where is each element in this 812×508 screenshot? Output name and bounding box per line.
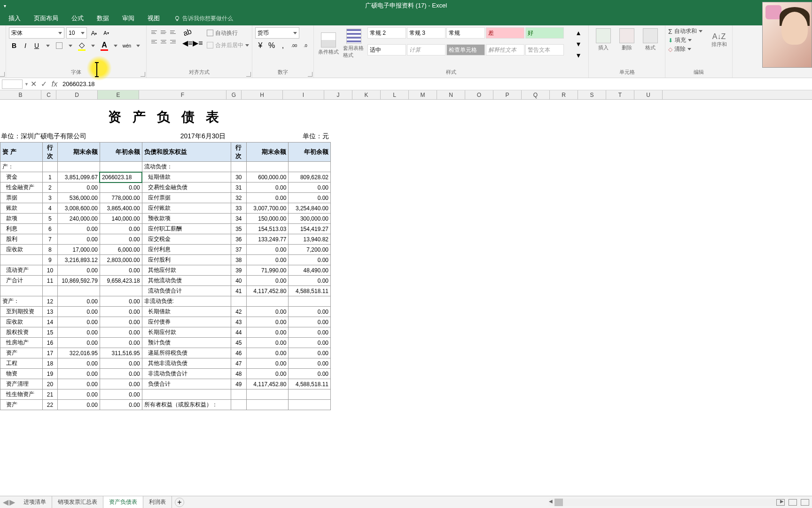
font-size-dropdown[interactable]: 10	[66, 27, 87, 39]
cell[interactable]: 8	[42, 245, 58, 255]
cell[interactable]: 应交税金	[142, 234, 231, 245]
worksheet[interactable]: 资 产 负 债 表 单位：深圳广硕电子有限公司 2017年6月30日 单位：元 …	[0, 100, 812, 410]
cell[interactable]: 短期借款	[142, 172, 231, 183]
cell[interactable]: 其他非流动负债	[142, 358, 231, 369]
cell[interactable]: 0.00	[289, 307, 331, 317]
cell[interactable]: 47	[231, 358, 247, 369]
sheet-tab-0[interactable]: 进项清单	[18, 496, 52, 508]
ribbon-tab-data[interactable]: 数据	[90, 11, 116, 25]
col-header-D[interactable]: D	[56, 90, 98, 99]
cell[interactable]	[246, 389, 289, 400]
accounting-format-button[interactable]: ¥	[255, 40, 265, 51]
cell[interactable]: 44	[231, 327, 247, 338]
cell[interactable]: 0.00	[289, 193, 331, 203]
cell[interactable]	[100, 162, 142, 172]
cell[interactable]: 15	[42, 327, 58, 338]
cell[interactable]: 0.00	[100, 338, 142, 348]
italic-button[interactable]: I	[20, 40, 31, 51]
cell[interactable]: 46	[231, 348, 247, 358]
cell[interactable]: 40	[231, 276, 247, 286]
cell[interactable]: 递延所得税负债	[142, 348, 231, 358]
table-row[interactable]: 性生物资产210.000.00	[0, 389, 331, 400]
decrease-decimal-button[interactable]: .0	[300, 40, 311, 51]
align-bottom-button[interactable]	[168, 27, 178, 37]
cell[interactable]: 4,588,518.11	[289, 286, 331, 296]
dropdown-icon[interactable]: ▾	[4, 3, 6, 8]
col-header-I[interactable]: I	[283, 90, 324, 99]
name-box-dropdown[interactable]: ▼	[24, 82, 29, 87]
cell[interactable]: 30	[231, 172, 247, 183]
cell[interactable]: 0.00	[246, 317, 289, 327]
style-good[interactable]: 好	[525, 27, 564, 39]
cell[interactable]: 33	[231, 203, 247, 214]
tell-me-search[interactable]: 告诉我你想要做什么	[170, 12, 237, 25]
sheet-tab-1[interactable]: 销项发票汇总表	[52, 496, 103, 508]
number-launcher-icon[interactable]	[308, 72, 312, 77]
cell[interactable]: 0.00	[100, 265, 142, 276]
col-header-T[interactable]: T	[606, 90, 634, 99]
cell[interactable]: 300,000.00	[289, 214, 331, 224]
cell[interactable]: 0.00	[58, 379, 100, 389]
cell[interactable]: 资产：	[0, 296, 43, 307]
col-header-O[interactable]: O	[465, 90, 493, 99]
cell[interactable]: 0.00	[246, 183, 289, 193]
format-as-table-button[interactable]: 套用表格格式	[342, 27, 366, 60]
balance-sheet-table[interactable]: 资 产 行次 期末余额 年初余额 负债和股东权益 行次 期末余额 年初余额 产：…	[0, 142, 331, 410]
table-row[interactable]: 流动负债合计414,117,452.804,588,518.11	[0, 286, 331, 296]
cell[interactable]: 22	[42, 400, 58, 410]
cell[interactable]: 预计负债	[142, 338, 231, 348]
increase-decimal-button[interactable]: .00	[289, 40, 299, 51]
col-header-R[interactable]: R	[550, 90, 578, 99]
font-color-button[interactable]: A	[99, 40, 109, 51]
cell[interactable]: 3,851,099.67	[58, 172, 100, 183]
style-normal2[interactable]: 常规 2	[367, 27, 406, 39]
cell[interactable]: 39	[231, 265, 247, 276]
cell[interactable]: 资产清理	[0, 379, 43, 389]
cell[interactable]: 13,940.82	[289, 234, 331, 245]
cell[interactable]: 股利	[0, 234, 43, 245]
cell[interactable]	[100, 286, 142, 296]
ribbon-tab-layout[interactable]: 页面布局	[27, 11, 65, 25]
phonetic-dropdown[interactable]	[133, 40, 143, 51]
ribbon-tab-formulas[interactable]: 公式	[65, 11, 90, 25]
cell[interactable]: 所有者权益（或股东权益）：	[142, 400, 231, 410]
normal-view-button[interactable]	[776, 499, 785, 506]
font-name-dropdown[interactable]: 宋体	[9, 27, 64, 39]
cell[interactable]	[42, 286, 58, 296]
table-row[interactable]: 产合计1110,869,592.799,658,423.18其他流动负债400.…	[0, 276, 331, 286]
cell[interactable]: 0.00	[246, 369, 289, 379]
cell[interactable]: 账款	[0, 203, 43, 214]
cell[interactable]: 0.00	[100, 358, 142, 369]
col-header-P[interactable]: P	[493, 90, 522, 99]
cell[interactable]: 0.00	[289, 317, 331, 327]
tab-next-icon[interactable]: ▶	[9, 498, 15, 507]
cell[interactable]	[231, 389, 247, 400]
table-row[interactable]: 股利70.000.00应交税金36133,249.7713,940.82	[0, 234, 331, 245]
cell[interactable]: 12	[42, 296, 58, 307]
cell[interactable]	[231, 162, 247, 172]
cell[interactable]: 10	[42, 265, 58, 276]
cell[interactable]: 3,254,840.00	[289, 203, 331, 214]
cell[interactable]: 0.00	[289, 358, 331, 369]
cell[interactable]: 0.00	[100, 327, 142, 338]
cell[interactable]: 0.00	[289, 183, 331, 193]
cell[interactable]: 4,588,518.11	[289, 379, 331, 389]
cell[interactable]: 性金融资产	[0, 183, 43, 193]
col-header-N[interactable]: N	[437, 90, 465, 99]
style-calc[interactable]: 计算	[407, 44, 445, 56]
cell[interactable]: 预收款项	[142, 214, 231, 224]
style-warn[interactable]: 警告文本	[525, 44, 564, 56]
cell[interactable]: 0.00	[58, 400, 100, 410]
cell[interactable]: 0.00	[58, 183, 100, 193]
cell[interactable]: 14	[42, 317, 58, 327]
column-headers[interactable]: BCDEFGHIJKLMNOPQRSTU	[0, 90, 812, 100]
cell[interactable]: 应付股利	[142, 255, 231, 265]
table-row[interactable]: 性房地产160.000.00预计负债450.000.00	[0, 338, 331, 348]
table-row[interactable]: 股权投资150.000.00长期应付款440.000.00	[0, 327, 331, 338]
name-box[interactable]	[2, 79, 23, 89]
cell-styles-gallery[interactable]: 常规 2 常规 3 常规 差 好 适中 计算 检查单元格 解释性文本 警告文本	[367, 27, 570, 60]
cell[interactable]: 至到期投资	[0, 307, 43, 317]
cell[interactable]: 0.00	[289, 348, 331, 358]
align-top-button[interactable]	[149, 27, 159, 37]
cell[interactable]: 0.00	[246, 276, 289, 286]
